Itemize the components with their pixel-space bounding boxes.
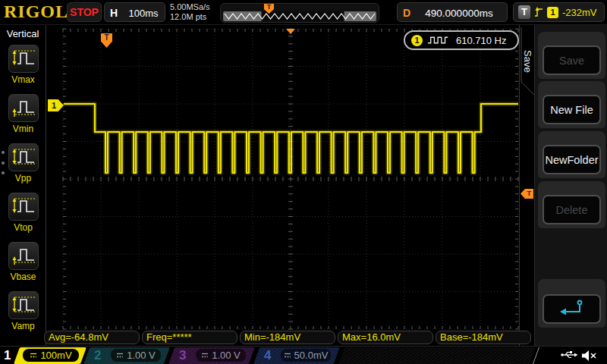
dc-coupling-icon: [201, 352, 209, 359]
measurement-freq: Freq=*****: [142, 331, 237, 344]
vamp-icon: [11, 293, 36, 315]
acquisition-info: 5.00MSa/s 12.0M pts: [170, 2, 210, 22]
new-file-button[interactable]: New File: [543, 95, 601, 124]
sidebar-item-vbase: Vbase: [0, 242, 46, 289]
return-arrow-icon: [558, 297, 586, 318]
back-button[interactable]: [543, 294, 601, 324]
channel1-number[interactable]: 1: [4, 348, 11, 363]
empty-segment: [338, 347, 536, 364]
menu-cell: New File: [538, 81, 605, 128]
horizontal-scale-value: 100ms: [124, 8, 162, 19]
new-folder-button[interactable]: NewFolder: [543, 145, 601, 174]
menu-cell: Delete: [538, 181, 605, 228]
sidebar-item-vtop: Vtop: [0, 193, 46, 240]
sidebar-item-vmin: Vmin: [0, 94, 46, 141]
frequency-counter: 1 610.710 Hz: [404, 30, 519, 50]
trigger-status-box[interactable]: T 1 -232mV: [513, 2, 605, 22]
left-menu-title: Vertical: [0, 28, 46, 39]
vtop-icon: [11, 195, 36, 216]
channel3-scale[interactable]: 1.00 V: [196, 349, 246, 362]
vamp-button[interactable]: [8, 291, 39, 319]
sidebar-item-vpp: Vpp: [0, 143, 46, 190]
vpp-button[interactable]: [8, 143, 39, 171]
trigger-level-marker[interactable]: T: [521, 189, 533, 199]
rising-edge-icon: [534, 5, 543, 19]
menu-cell: [538, 279, 605, 328]
save-button[interactable]: Save: [543, 46, 601, 75]
channel2-number[interactable]: 2: [94, 348, 101, 363]
vtop-button[interactable]: [8, 193, 39, 221]
measurement-max: Max=16.0mV: [338, 331, 433, 344]
trigger-label: T: [518, 5, 530, 19]
channel4-number[interactable]: 4: [264, 348, 271, 363]
horizontal-scale-box[interactable]: H 100ms: [104, 2, 165, 22]
scroll-dot: [2, 171, 5, 174]
run-state-button[interactable]: STOP: [67, 2, 102, 22]
vmin-label: Vmin: [0, 124, 46, 134]
sidebar-item-vmax: Vmax: [0, 45, 46, 92]
channel1-scale[interactable]: 100mV: [23, 349, 79, 362]
menu-cell: Save: [538, 32, 605, 79]
counter-source-badge: 1: [411, 35, 423, 46]
channel3-scale-value: 1.00 V: [212, 350, 241, 361]
waveform-memory-bar[interactable]: T: [220, 3, 379, 23]
trigger-level-value: -232mV: [562, 7, 597, 18]
scroll-dot: [2, 151, 5, 154]
memory-waveform-icon: [223, 4, 378, 24]
measurement-min: Min=-184mV: [240, 331, 335, 344]
brand-logo: RIGOL: [4, 2, 68, 22]
graticule-and-trace: [47, 25, 520, 346]
waveform-display: T 1 1 610.710 Hz: [47, 25, 520, 346]
channel3-number[interactable]: 3: [179, 348, 186, 363]
horizontal-label: H: [110, 7, 118, 19]
measurement-bar: Avg=-64.8mV Freq=***** Min=-184mV Max=16…: [0, 331, 607, 344]
vpp-icon: [11, 146, 36, 167]
vtop-label: Vtop: [0, 222, 46, 233]
vbase-icon: [11, 244, 36, 265]
vbase-button[interactable]: [8, 242, 39, 270]
vertical-measure-menu: Vertical Vmax Vmin: [0, 25, 46, 346]
menu-tab-label: Save: [521, 42, 533, 80]
vmax-label: Vmax: [0, 74, 46, 85]
vmin-icon: [11, 96, 36, 118]
vmax-button[interactable]: [8, 45, 39, 73]
channel2-scale-value: 1.00 V: [127, 350, 156, 361]
scroll-dot: [2, 162, 5, 165]
vmax-icon: [11, 47, 36, 68]
delay-label: D: [403, 7, 410, 19]
memory-depth: 12.0M pts: [170, 12, 210, 22]
sample-rate: 5.00MSa/s: [170, 2, 210, 12]
vpp-label: Vpp: [0, 173, 46, 184]
dc-coupling-icon: [116, 352, 124, 359]
usb-icon: [560, 350, 578, 360]
softkey-menu: Save New File NewFolder Delete: [534, 25, 607, 346]
counter-value: 610.710 Hz: [456, 35, 507, 46]
speaker-muted-icon: [581, 350, 598, 362]
channel1-scale-value: 100mV: [40, 350, 71, 361]
dc-coupling-icon: [284, 352, 291, 359]
top-status-bar: RIGOL STOP H 100ms 5.00MSa/s 12.0M pts T…: [0, 0, 607, 25]
channel-status-bar: 1 100mV 2 1.00 V 3 1.00 V 4 50.0mV: [0, 346, 607, 364]
delay-value: 490.000000ms: [414, 8, 504, 19]
channel4-scale-value: 50.0mV: [294, 350, 329, 361]
dc-coupling-icon: [30, 352, 37, 359]
vbase-label: Vbase: [0, 271, 46, 282]
vamp-label: Vamp: [0, 321, 46, 331]
channel2-scale[interactable]: 1.00 V: [111, 349, 161, 362]
menu-cell: NewFolder: [538, 131, 605, 178]
delay-box[interactable]: D 490.000000ms: [397, 2, 508, 22]
vmin-button[interactable]: [8, 94, 39, 122]
measurement-avg: Avg=-64.8mV: [44, 331, 140, 344]
delete-button[interactable]: Delete: [543, 195, 601, 224]
trigger-source-badge: 1: [547, 7, 558, 18]
square-wave-icon: [427, 35, 451, 46]
measurement-base: Base=-184mV: [436, 331, 531, 344]
channel4-scale[interactable]: 50.0mV: [281, 349, 331, 362]
